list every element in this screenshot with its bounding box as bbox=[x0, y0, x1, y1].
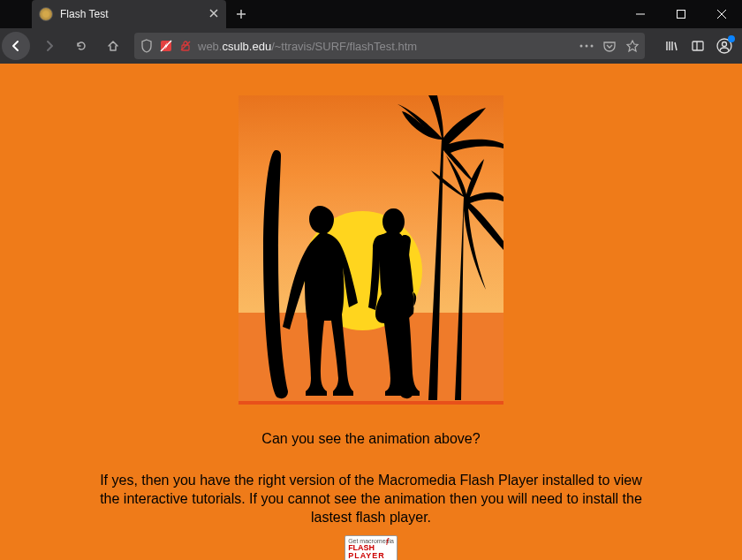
url-text[interactable]: web.csulb.edu/~ttravis/SURF/flashTest.ht… bbox=[198, 40, 574, 53]
flash-logo-icon: f bbox=[386, 538, 395, 547]
svg-point-11 bbox=[723, 42, 727, 47]
svg-rect-0 bbox=[678, 11, 685, 19]
explanation-text: If yes, then you have the right version … bbox=[0, 472, 742, 526]
bookmark-star-icon[interactable] bbox=[625, 39, 640, 53]
minimize-button[interactable] bbox=[620, 0, 661, 28]
close-tab-button[interactable] bbox=[208, 6, 219, 22]
reload-button[interactable] bbox=[67, 32, 95, 60]
beach-silhouettes bbox=[238, 95, 504, 401]
sidebar-icon[interactable] bbox=[685, 34, 710, 58]
maximize-button[interactable] bbox=[661, 0, 701, 28]
page-content: Can you see the animation above? If yes,… bbox=[0, 64, 742, 560]
question-text: Can you see the animation above? bbox=[0, 431, 742, 447]
browser-tab[interactable]: Flash Test bbox=[32, 0, 226, 28]
flash-animation bbox=[238, 95, 504, 405]
new-tab-button[interactable] bbox=[226, 0, 256, 28]
profile-button[interactable] bbox=[712, 34, 737, 58]
url-bar[interactable]: web.csulb.edu/~ttravis/SURF/flashTest.ht… bbox=[134, 33, 645, 59]
shield-icon[interactable] bbox=[140, 39, 154, 53]
window-controls bbox=[620, 0, 742, 28]
svg-point-5 bbox=[580, 45, 583, 48]
window-titlebar: Flash Test bbox=[0, 0, 742, 28]
get-flash-player-button[interactable]: Get macromedia FLASH PLAYER f bbox=[344, 535, 398, 560]
library-icon[interactable] bbox=[659, 34, 684, 58]
flash-blocked-icon[interactable] bbox=[159, 39, 173, 53]
tab-title: Flash Test bbox=[60, 8, 201, 20]
close-window-button[interactable] bbox=[701, 0, 742, 28]
forward-button[interactable] bbox=[35, 32, 64, 60]
svg-point-7 bbox=[591, 45, 594, 48]
home-button[interactable] bbox=[99, 32, 127, 60]
favicon-icon bbox=[39, 7, 53, 21]
tab-bar: Flash Test bbox=[32, 0, 256, 28]
svg-rect-8 bbox=[693, 42, 703, 50]
svg-point-6 bbox=[586, 45, 588, 48]
notification-dot-icon bbox=[728, 35, 735, 42]
browser-toolbar: web.csulb.edu/~ttravis/SURF/flashTest.ht… bbox=[0, 28, 742, 64]
back-button[interactable] bbox=[2, 32, 30, 60]
page-actions-icon[interactable] bbox=[579, 39, 594, 53]
lock-insecure-icon[interactable] bbox=[178, 39, 193, 53]
pocket-icon[interactable] bbox=[602, 39, 617, 53]
